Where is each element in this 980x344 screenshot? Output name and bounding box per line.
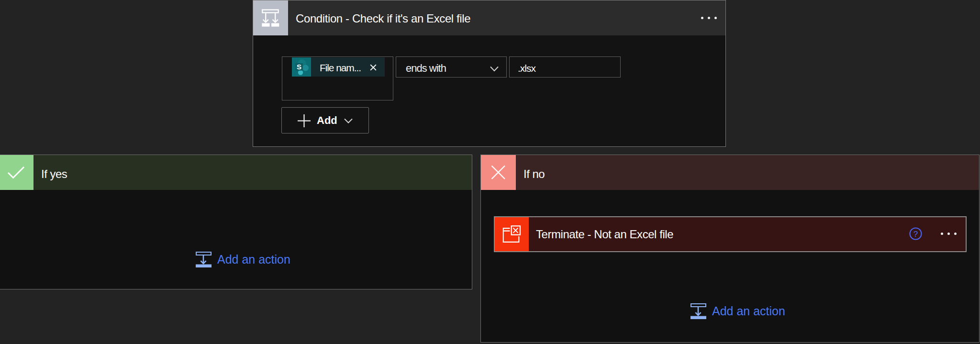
svg-text:S: S <box>297 63 301 71</box>
svg-text:?: ? <box>913 230 918 239</box>
